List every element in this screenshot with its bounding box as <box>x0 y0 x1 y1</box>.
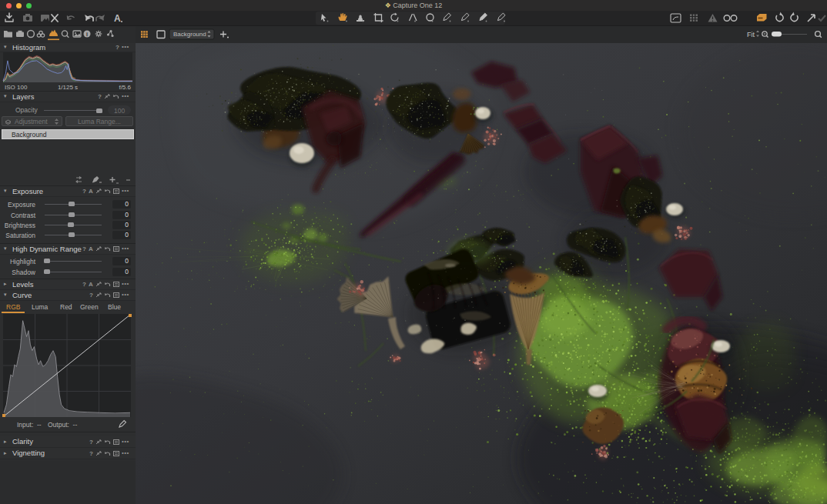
svg-text:Fit: Fit <box>747 31 755 38</box>
svg-text:i: i <box>86 32 88 37</box>
svg-text:1/125 s: 1/125 s <box>58 84 78 91</box>
svg-text:A: A <box>114 13 121 24</box>
svg-text:Background: Background <box>173 31 206 38</box>
svg-text:ISO 100: ISO 100 <box>5 84 28 91</box>
svg-text:f/5.6: f/5.6 <box>119 84 131 91</box>
